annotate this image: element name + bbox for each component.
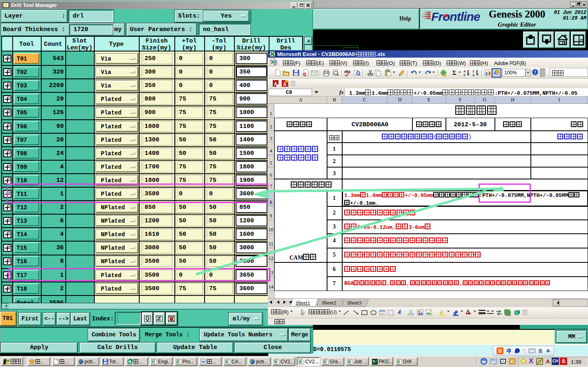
svg-text:Z: Z xyxy=(463,73,466,76)
svg-text:abc: abc xyxy=(344,69,351,74)
svg-text:A: A xyxy=(463,69,466,73)
svg-text:W: W xyxy=(201,360,205,364)
svg-text:Z: Z xyxy=(472,69,474,73)
svg-text:XY: XY xyxy=(580,38,584,42)
svg-text:Σ: Σ xyxy=(452,70,456,76)
svg-text:A: A xyxy=(472,73,475,76)
